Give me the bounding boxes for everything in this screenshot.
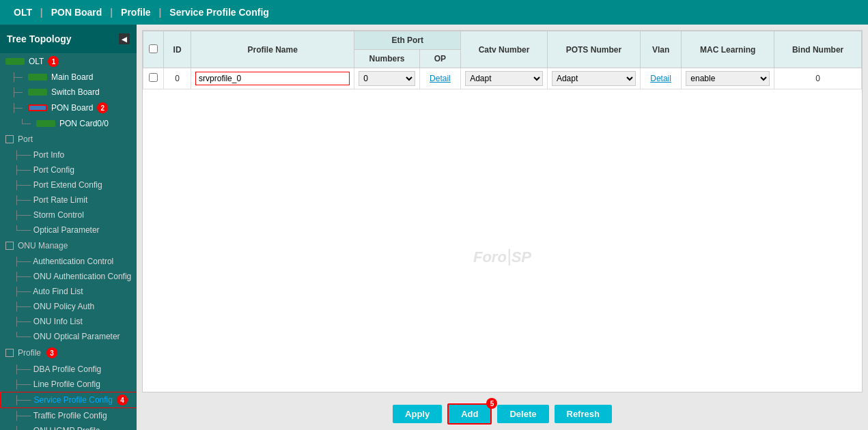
delete-button[interactable]: Delete xyxy=(497,405,548,423)
catv-number-select[interactable]: Adapt 0 1 xyxy=(465,71,543,86)
profile-section-label: Profile xyxy=(18,348,41,358)
menu-dba-profile-config[interactable]: ├── DBA Profile Config xyxy=(0,362,137,377)
menu-port-extend-config[interactable]: ├── Port Extend Config xyxy=(0,177,137,192)
badge-profile: 3 xyxy=(46,347,57,358)
col-vlan: Vlan xyxy=(640,31,681,68)
cell-pots-number: Adapt 0 1 2 xyxy=(547,68,640,89)
col-catv-number: Catv Number xyxy=(461,31,548,68)
sidebar-item-pon-board[interactable]: ├─ PON Board 2 xyxy=(0,100,137,116)
section-port[interactable]: Port xyxy=(0,131,137,147)
pon-board-icon xyxy=(28,104,47,111)
olt-label: OLT xyxy=(29,57,44,66)
pon-card-icon xyxy=(36,120,55,127)
cell-id: 0 xyxy=(164,68,191,89)
pon-card-label: PON Card0/0 xyxy=(59,119,109,128)
badge-pon-board: 2 xyxy=(97,102,108,113)
menu-port-rate-limit[interactable]: ├── Port Rate Limit xyxy=(0,192,137,207)
profile-checkbox[interactable] xyxy=(5,349,14,357)
onu-manage-checkbox[interactable] xyxy=(5,242,14,250)
cell-bind-number: 0 xyxy=(774,68,862,89)
menu-storm-control[interactable]: ├── Storm Control xyxy=(0,207,137,223)
cell-vlan: Detail xyxy=(640,68,681,89)
cell-eth-port-numbers: 0 1 2 4 xyxy=(354,68,419,89)
main-board-icon xyxy=(28,74,47,81)
col-profile-name: Profile Name xyxy=(191,31,354,68)
badge-service-profile: 4 xyxy=(117,395,128,405)
menu-onu-optical-parameter[interactable]: └── ONU Optical Parameter xyxy=(0,329,137,344)
menu-auto-find-list[interactable]: ├── Auto Find List xyxy=(0,284,137,299)
section-onu-manage[interactable]: ONU Manage xyxy=(0,238,137,254)
sidebar-item-switch-board[interactable]: ├─ Switch Board xyxy=(0,85,137,100)
eth-port-numbers-select[interactable]: 0 1 2 4 xyxy=(359,71,415,86)
apply-button[interactable]: Apply xyxy=(393,405,442,423)
row-checkbox[interactable] xyxy=(149,73,158,82)
switch-board-icon xyxy=(28,89,47,96)
main-board-label: Main Board xyxy=(51,72,93,82)
content-area: ID Profile Name Eth Port Catv Number POT… xyxy=(137,25,868,430)
sidebar-title: Tree Topology ◀ xyxy=(0,25,137,53)
menu-optical-parameter[interactable]: └── Optical Parameter xyxy=(0,223,137,238)
mac-learning-select[interactable]: enable disable xyxy=(686,71,770,86)
collapse-arrow[interactable]: ◀ xyxy=(119,33,130,44)
sidebar-item-pon-card[interactable]: └─ PON Card0/0 xyxy=(0,116,137,131)
menu-onu-info-list[interactable]: ├── ONU Info List xyxy=(0,314,137,329)
badge-add: 5 xyxy=(486,398,497,409)
menu-port-info[interactable]: ├── Port Info xyxy=(0,147,137,162)
col-eth-port-numbers: Numbers xyxy=(354,50,419,68)
onu-manage-section-label: ONU Manage xyxy=(18,241,68,250)
buttons-row: Apply Add 5 Delete Refresh xyxy=(137,398,868,430)
menu-traffic-profile-config[interactable]: ├── Traffic Profile Config xyxy=(0,408,137,423)
col-eth-port: Eth Port xyxy=(354,31,461,50)
section-profile[interactable]: Profile 3 xyxy=(0,344,137,362)
cell-mac-learning: enable disable xyxy=(682,68,774,89)
service-profile-table: ID Profile Name Eth Port Catv Number POT… xyxy=(143,31,862,89)
menu-port-config[interactable]: ├── Port Config xyxy=(0,162,137,177)
menu-auth-control[interactable]: ├── Authentication Control xyxy=(0,254,137,269)
menu-line-profile-config[interactable]: ├── Line Profile Config xyxy=(0,377,137,392)
profile-name-input[interactable] xyxy=(195,72,350,85)
breadcrumb-profile[interactable]: Profile xyxy=(121,7,151,18)
sidebar-item-main-board[interactable]: ├─ Main Board xyxy=(0,70,137,85)
col-mac-learning: MAC Learning xyxy=(682,31,774,68)
sidebar-title-label: Tree Topology xyxy=(7,33,72,44)
breadcrumb: OLT | PON Board | Profile | Service Prof… xyxy=(11,7,272,18)
col-bind-number: Bind Number xyxy=(774,31,862,68)
menu-onu-auth-config[interactable]: ├── ONU Authentication Config xyxy=(0,269,137,284)
col-id: ID xyxy=(164,31,191,68)
breadcrumb-pon-board[interactable]: PON Board xyxy=(51,7,102,18)
add-button[interactable]: Add xyxy=(447,403,492,425)
port-section-label: Port xyxy=(18,134,33,144)
menu-service-profile-config[interactable]: ├── Service Profile Config 4 xyxy=(0,392,137,408)
sidebar: Tree Topology ◀ OLT 1 ├─ Main Board ├─ S… xyxy=(0,25,137,430)
switch-board-label: Switch Board xyxy=(51,87,100,97)
watermark: Foro|SP xyxy=(460,232,545,281)
breadcrumb-olt[interactable]: OLT xyxy=(14,7,32,18)
port-checkbox[interactable] xyxy=(5,135,14,143)
cell-catv-number: Adapt 0 1 xyxy=(461,68,548,89)
cell-profile-name xyxy=(191,68,354,89)
breadcrumb-service-profile-config[interactable]: Service Profile Config xyxy=(169,7,268,18)
pon-board-label: PON Board xyxy=(51,103,93,113)
col-eth-port-op: OP xyxy=(419,50,460,68)
badge-olt: 1 xyxy=(48,56,59,67)
eth-port-detail-link[interactable]: Detail xyxy=(430,74,451,83)
col-pots-number: POTS Number xyxy=(547,31,640,68)
vlan-detail-link[interactable]: Detail xyxy=(650,74,671,83)
table-row: 0 0 1 2 4 De xyxy=(143,68,862,89)
olt-icon xyxy=(5,58,25,65)
table-container: ID Profile Name Eth Port Catv Number POT… xyxy=(142,30,863,392)
menu-onu-igmp-profile[interactable]: ├── ONU IGMP Profile xyxy=(0,423,137,430)
cell-eth-port-op: Detail xyxy=(419,68,460,89)
pots-number-select[interactable]: Adapt 0 1 2 xyxy=(552,71,636,86)
service-profile-config-label: Service Profile Config xyxy=(34,395,113,405)
top-header: OLT | PON Board | Profile | Service Prof… xyxy=(0,0,868,25)
sidebar-item-olt[interactable]: OLT 1 xyxy=(0,53,137,70)
menu-onu-policy-auth[interactable]: ├── ONU Policy Auth xyxy=(0,299,137,314)
refresh-button[interactable]: Refresh xyxy=(555,405,612,423)
select-all-checkbox[interactable] xyxy=(149,44,158,53)
